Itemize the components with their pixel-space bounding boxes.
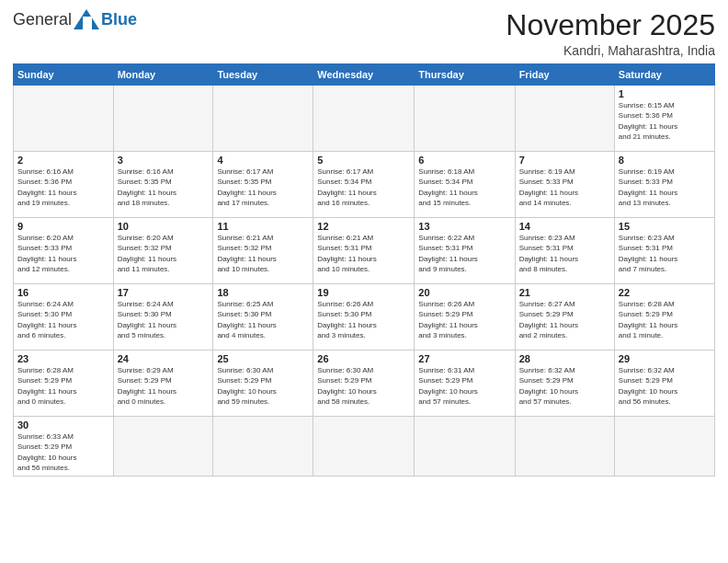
day-number: 15 — [619, 221, 711, 232]
calendar-cell: 14Sunrise: 6:23 AMSunset: 5:31 PMDayligh… — [515, 218, 614, 284]
calendar-week-row: 1Sunrise: 6:15 AMSunset: 5:36 PMDaylight… — [14, 86, 715, 152]
calendar-cell: 15Sunrise: 6:23 AMSunset: 5:31 PMDayligh… — [614, 218, 714, 284]
calendar-cell: 22Sunrise: 6:28 AMSunset: 5:29 PMDayligh… — [614, 284, 714, 350]
logo: General Blue — [13, 9, 137, 29]
title-area: November 2025 Kandri, Maharashtra, India — [506, 9, 715, 58]
calendar-cell — [415, 417, 515, 477]
calendar-cell: 25Sunrise: 6:30 AMSunset: 5:29 PMDayligh… — [213, 350, 313, 417]
calendar-day-header: Tuesday — [213, 64, 313, 86]
day-number: 18 — [217, 287, 309, 298]
calendar-cell — [14, 86, 114, 152]
calendar-week-row: 9Sunrise: 6:20 AMSunset: 5:33 PMDaylight… — [14, 218, 715, 284]
day-number: 19 — [317, 287, 410, 298]
calendar-cell: 18Sunrise: 6:25 AMSunset: 5:30 PMDayligh… — [213, 284, 313, 350]
day-number: 11 — [217, 221, 309, 232]
day-info: Sunrise: 6:33 AMSunset: 5:29 PMDaylight:… — [17, 431, 109, 473]
calendar-cell — [113, 86, 213, 152]
day-info: Sunrise: 6:32 AMSunset: 5:29 PMDaylight:… — [519, 365, 610, 407]
calendar-cell — [515, 417, 614, 477]
calendar-cell: 1Sunrise: 6:15 AMSunset: 5:36 PMDaylight… — [614, 86, 714, 152]
day-info: Sunrise: 6:21 AMSunset: 5:31 PMDaylight:… — [317, 233, 410, 274]
calendar-day-header: Saturday — [614, 64, 714, 86]
calendar: SundayMondayTuesdayWednesdayThursdayFrid… — [13, 63, 715, 477]
header: General Blue November 2025 Kandri, Mahar… — [13, 9, 715, 58]
day-info: Sunrise: 6:24 AMSunset: 5:30 PMDaylight:… — [17, 299, 109, 340]
calendar-cell: 23Sunrise: 6:28 AMSunset: 5:29 PMDayligh… — [14, 350, 114, 417]
day-info: Sunrise: 6:22 AMSunset: 5:31 PMDaylight:… — [418, 233, 510, 274]
calendar-cell: 24Sunrise: 6:29 AMSunset: 5:29 PMDayligh… — [113, 350, 213, 417]
day-info: Sunrise: 6:16 AMSunset: 5:35 PMDaylight:… — [118, 167, 210, 208]
calendar-cell: 5Sunrise: 6:17 AMSunset: 5:34 PMDaylight… — [313, 152, 415, 218]
day-number: 4 — [217, 155, 309, 166]
calendar-cell: 7Sunrise: 6:19 AMSunset: 5:33 PMDaylight… — [515, 152, 614, 218]
calendar-cell: 3Sunrise: 6:16 AMSunset: 5:35 PMDaylight… — [113, 152, 213, 218]
day-number: 10 — [118, 221, 210, 232]
day-number: 6 — [418, 155, 510, 166]
calendar-cell — [515, 86, 614, 152]
calendar-week-row: 30Sunrise: 6:33 AMSunset: 5:29 PMDayligh… — [14, 417, 715, 477]
logo-text-blue: Blue — [101, 10, 137, 29]
calendar-cell — [614, 417, 714, 477]
day-number: 20 — [418, 287, 510, 298]
calendar-cell: 4Sunrise: 6:17 AMSunset: 5:35 PMDaylight… — [213, 152, 313, 218]
calendar-cell: 30Sunrise: 6:33 AMSunset: 5:29 PMDayligh… — [14, 417, 114, 477]
day-number: 21 — [519, 287, 610, 298]
calendar-cell: 21Sunrise: 6:27 AMSunset: 5:29 PMDayligh… — [515, 284, 614, 350]
calendar-cell: 12Sunrise: 6:21 AMSunset: 5:31 PMDayligh… — [313, 218, 415, 284]
location-title: Kandri, Maharashtra, India — [506, 43, 715, 58]
calendar-cell: 19Sunrise: 6:26 AMSunset: 5:30 PMDayligh… — [313, 284, 415, 350]
calendar-day-header: Friday — [515, 64, 614, 86]
day-info: Sunrise: 6:19 AMSunset: 5:33 PMDaylight:… — [519, 167, 610, 208]
day-info: Sunrise: 6:31 AMSunset: 5:29 PMDaylight:… — [418, 365, 510, 407]
calendar-cell: 10Sunrise: 6:20 AMSunset: 5:32 PMDayligh… — [113, 218, 213, 284]
day-info: Sunrise: 6:26 AMSunset: 5:29 PMDaylight:… — [418, 299, 510, 340]
calendar-cell: 16Sunrise: 6:24 AMSunset: 5:30 PMDayligh… — [14, 284, 114, 350]
day-number: 28 — [519, 353, 610, 364]
calendar-cell — [415, 86, 515, 152]
logo-area: General Blue — [13, 9, 137, 29]
calendar-cell: 29Sunrise: 6:32 AMSunset: 5:29 PMDayligh… — [614, 350, 714, 417]
calendar-day-header: Thursday — [415, 64, 515, 86]
calendar-cell: 9Sunrise: 6:20 AMSunset: 5:33 PMDaylight… — [14, 218, 114, 284]
day-number: 2 — [17, 155, 109, 166]
calendar-day-header: Wednesday — [313, 64, 415, 86]
day-number: 9 — [17, 221, 109, 232]
day-number: 17 — [118, 287, 210, 298]
day-number: 26 — [317, 353, 410, 364]
day-info: Sunrise: 6:24 AMSunset: 5:30 PMDaylight:… — [118, 299, 210, 340]
calendar-cell: 20Sunrise: 6:26 AMSunset: 5:29 PMDayligh… — [415, 284, 515, 350]
calendar-day-header: Sunday — [14, 64, 114, 86]
day-number: 22 — [619, 287, 711, 298]
day-info: Sunrise: 6:27 AMSunset: 5:29 PMDaylight:… — [519, 299, 610, 340]
day-number: 12 — [317, 221, 410, 232]
day-info: Sunrise: 6:30 AMSunset: 5:29 PMDaylight:… — [317, 365, 410, 407]
day-info: Sunrise: 6:26 AMSunset: 5:30 PMDaylight:… — [317, 299, 410, 340]
calendar-cell: 26Sunrise: 6:30 AMSunset: 5:29 PMDayligh… — [313, 350, 415, 417]
day-number: 24 — [118, 353, 210, 364]
day-info: Sunrise: 6:21 AMSunset: 5:32 PMDaylight:… — [217, 233, 309, 274]
day-number: 3 — [118, 155, 210, 166]
day-info: Sunrise: 6:18 AMSunset: 5:34 PMDaylight:… — [418, 167, 510, 208]
day-info: Sunrise: 6:16 AMSunset: 5:36 PMDaylight:… — [17, 167, 109, 208]
calendar-cell: 28Sunrise: 6:32 AMSunset: 5:29 PMDayligh… — [515, 350, 614, 417]
calendar-cell — [213, 86, 313, 152]
calendar-cell: 2Sunrise: 6:16 AMSunset: 5:36 PMDaylight… — [14, 152, 114, 218]
calendar-cell — [213, 417, 313, 477]
calendar-cell: 13Sunrise: 6:22 AMSunset: 5:31 PMDayligh… — [415, 218, 515, 284]
day-number: 16 — [17, 287, 109, 298]
day-number: 30 — [17, 419, 109, 431]
day-number: 8 — [619, 155, 711, 166]
calendar-header-row: SundayMondayTuesdayWednesdayThursdayFrid… — [14, 64, 715, 86]
day-info: Sunrise: 6:19 AMSunset: 5:33 PMDaylight:… — [619, 167, 711, 208]
calendar-cell — [313, 417, 415, 477]
day-number: 27 — [418, 353, 510, 364]
day-info: Sunrise: 6:15 AMSunset: 5:36 PMDaylight:… — [619, 100, 711, 142]
day-info: Sunrise: 6:29 AMSunset: 5:29 PMDaylight:… — [118, 365, 210, 407]
calendar-day-header: Monday — [113, 64, 213, 86]
day-number: 1 — [619, 88, 711, 99]
page: General Blue November 2025 Kandri, Mahar… — [0, 0, 728, 563]
day-info: Sunrise: 6:23 AMSunset: 5:31 PMDaylight:… — [519, 233, 610, 274]
day-number: 5 — [317, 155, 410, 166]
day-info: Sunrise: 6:17 AMSunset: 5:34 PMDaylight:… — [317, 167, 410, 208]
calendar-week-row: 23Sunrise: 6:28 AMSunset: 5:29 PMDayligh… — [14, 350, 715, 417]
